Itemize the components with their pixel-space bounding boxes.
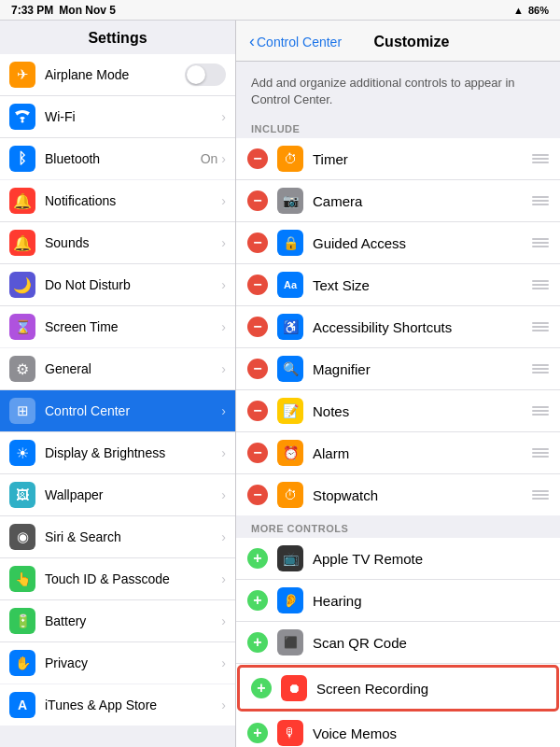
magnifier-drag-handle[interactable]: [532, 364, 549, 374]
accessibility-remove-btn[interactable]: −: [247, 317, 268, 337]
sidebar-item-general[interactable]: ⚙ General ›: [0, 348, 235, 390]
siri-chevron: ›: [221, 529, 226, 544]
timer-remove-btn[interactable]: −: [247, 148, 268, 169]
sidebar-item-airplane[interactable]: ✈ Airplane Mode: [0, 54, 235, 96]
control-item-alarm[interactable]: − ⏰ Alarm: [236, 432, 560, 474]
status-bar: 7:33 PM Mon Nov 5 ▲ 86%: [0, 0, 560, 21]
sidebar-item-wifi[interactable]: Wi-Fi ›: [0, 96, 235, 138]
bluetooth-value: On: [201, 151, 218, 166]
voicememos-label: Voice Memos: [313, 726, 549, 741]
sidebar-item-touchid[interactable]: 👆 Touch ID & Passcode ›: [0, 558, 235, 600]
sidebar-item-label-airplane: Airplane Mode: [45, 67, 185, 82]
sidebar-item-wallpaper[interactable]: 🖼 Wallpaper ›: [0, 474, 235, 516]
main-container: Settings ✈ Airplane Mode Wi-Fi ›: [0, 21, 560, 747]
back-chevron-icon: ‹: [249, 32, 255, 51]
timer-label: Timer: [313, 151, 532, 167]
sidebar-item-label-wallpaper: Wallpaper: [45, 487, 221, 502]
sidebar-item-controlcenter[interactable]: ⊞ Control Center ›: [0, 390, 235, 432]
sidebar-item-screentime[interactable]: ⌛ Screen Time ›: [0, 306, 235, 347]
bluetooth-chevron: ›: [221, 151, 226, 166]
sidebar-item-label-general: General: [45, 361, 221, 376]
voicememos-add-btn[interactable]: +: [247, 723, 268, 743]
more-section-header: MORE CONTROLS: [236, 517, 560, 538]
camera-remove-btn[interactable]: −: [247, 190, 268, 211]
camera-drag-handle[interactable]: [532, 196, 549, 205]
control-item-notes[interactable]: − 📝 Notes: [236, 390, 560, 432]
control-item-voicememos[interactable]: + 🎙 Voice Memos: [236, 712, 560, 747]
wifi-icon: [9, 104, 35, 130]
control-item-stopwatch[interactable]: − ⏱ Stopwatch: [236, 474, 560, 515]
hearing-add-btn[interactable]: +: [247, 590, 268, 611]
battery-icon: 🔋: [9, 608, 35, 634]
sidebar-item-notifications[interactable]: 🔔 Notifications ›: [0, 180, 235, 222]
sidebar-item-siri[interactable]: ◉ Siri & Search ›: [0, 516, 235, 558]
sidebar-item-battery[interactable]: 🔋 Battery ›: [0, 600, 235, 642]
qrcode-icon: ⬛: [277, 629, 303, 655]
textsize-remove-btn[interactable]: −: [247, 275, 268, 295]
stopwatch-remove-btn[interactable]: −: [247, 485, 268, 505]
sidebar-item-label-display: Display & Brightness: [45, 445, 221, 460]
wallpaper-icon: 🖼: [9, 482, 35, 508]
privacy-chevron: ›: [221, 655, 226, 670]
textsize-drag-handle[interactable]: [532, 280, 549, 289]
notes-drag-handle[interactable]: [532, 406, 549, 416]
guidedaccess-remove-btn[interactable]: −: [247, 233, 268, 253]
sidebar-item-label-notifications: Notifications: [45, 193, 221, 208]
sidebar-item-bluetooth[interactable]: ᛒ Bluetooth On ›: [0, 138, 235, 179]
control-item-screenrecording[interactable]: + ⏺ Screen Recording: [237, 665, 559, 712]
control-item-accessibility[interactable]: − ♿ Accessibility Shortcuts: [236, 306, 560, 348]
sidebar-item-label-touchid: Touch ID & Passcode: [45, 571, 221, 586]
guidedaccess-drag-handle[interactable]: [532, 238, 549, 247]
alarm-remove-btn[interactable]: −: [247, 443, 268, 463]
touchid-icon: 👆: [9, 566, 35, 592]
wifi-icon: ▲: [513, 5, 524, 16]
stopwatch-label: Stopwatch: [313, 487, 532, 503]
sidebar-group-settings: ⚙ General › ⊞ Control Center › ☀ Display…: [0, 348, 235, 684]
notes-remove-btn[interactable]: −: [247, 401, 268, 421]
alarm-icon: ⏰: [277, 440, 303, 466]
sidebar: Settings ✈ Airplane Mode Wi-Fi ›: [0, 21, 236, 747]
sidebar-item-privacy[interactable]: ✋ Privacy ›: [0, 642, 235, 684]
control-item-timer[interactable]: − ⏱ Timer: [236, 138, 560, 180]
screenrecording-add-btn[interactable]: +: [251, 678, 272, 698]
controlcenter-icon: ⊞: [9, 398, 35, 424]
battery-chevron: ›: [221, 613, 226, 628]
control-item-hearing[interactable]: + 👂 Hearing: [236, 580, 560, 622]
back-button[interactable]: ‹ Control Center: [249, 32, 342, 51]
appletv-icon: 📺: [277, 545, 303, 571]
sidebar-item-label-controlcenter: Control Center: [45, 403, 221, 418]
status-right: ▲ 86%: [513, 5, 549, 16]
magnifier-remove-btn[interactable]: −: [247, 359, 268, 379]
sidebar-item-label-siri: Siri & Search: [45, 529, 221, 544]
control-item-guidedaccess[interactable]: − 🔒 Guided Access: [236, 222, 560, 264]
general-chevron: ›: [221, 361, 226, 376]
appletv-add-btn[interactable]: +: [247, 548, 268, 569]
control-item-appletv[interactable]: + 📺 Apple TV Remote: [236, 538, 560, 580]
accessibility-drag-handle[interactable]: [532, 322, 549, 331]
qrcode-add-btn[interactable]: +: [247, 632, 268, 653]
sidebar-group-store: A iTunes & App Store ›: [0, 684, 235, 726]
hearing-icon: 👂: [277, 587, 303, 613]
control-item-textsize[interactable]: − Aa Text Size: [236, 264, 560, 306]
sidebar-item-label-privacy: Privacy: [45, 655, 221, 670]
back-label: Control Center: [257, 35, 342, 49]
alarm-label: Alarm: [313, 445, 532, 461]
sidebar-item-sounds[interactable]: 🔔 Sounds ›: [0, 222, 235, 264]
timer-drag-handle[interactable]: [532, 154, 549, 163]
right-panel-header: ‹ Control Center Customize: [236, 21, 560, 62]
sidebar-item-display[interactable]: ☀ Display & Brightness ›: [0, 432, 235, 474]
screenrecording-label: Screen Recording: [316, 681, 545, 697]
airplane-icon: ✈: [9, 62, 35, 88]
control-item-magnifier[interactable]: − 🔍 Magnifier: [236, 348, 560, 390]
airplane-toggle[interactable]: [185, 63, 226, 86]
alarm-drag-handle[interactable]: [532, 448, 549, 458]
control-item-camera[interactable]: − 📷 Camera: [236, 180, 560, 222]
stopwatch-drag-handle[interactable]: [532, 490, 549, 500]
control-item-qrcode[interactable]: + ⬛ Scan QR Code: [236, 622, 560, 664]
guidedaccess-icon: 🔒: [277, 230, 303, 256]
sidebar-item-itunes[interactable]: A iTunes & App Store ›: [0, 684, 235, 726]
privacy-icon: ✋: [9, 650, 35, 676]
status-time: 7:33 PM: [11, 4, 53, 17]
itunes-icon: A: [9, 692, 35, 718]
sidebar-item-dnd[interactable]: 🌙 Do Not Disturb ›: [0, 264, 235, 306]
